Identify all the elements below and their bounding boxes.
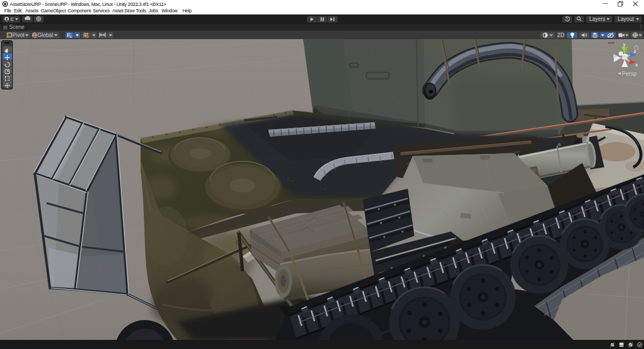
svg-text:Persp: Persp bbox=[622, 70, 637, 77]
svg-text:XY: XY bbox=[70, 34, 73, 38]
